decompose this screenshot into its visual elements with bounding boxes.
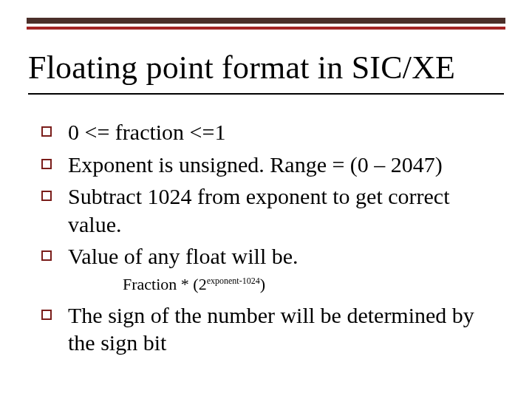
square-bullet-icon xyxy=(41,250,52,261)
bullet-text: 0 <= fraction <=1 xyxy=(68,118,502,146)
square-bullet-icon xyxy=(41,126,52,137)
title-underline xyxy=(28,93,504,95)
formula-prefix: Fraction * (2 xyxy=(123,275,207,293)
bullet-text: The sign of the number will be determine… xyxy=(68,301,502,357)
formula-superscript: exponent-1024 xyxy=(207,275,260,285)
list-item: Value of any float will be. xyxy=(41,242,502,270)
square-bullet-icon xyxy=(41,159,52,169)
decor-bar-red xyxy=(27,27,505,30)
square-bullet-icon xyxy=(41,310,52,320)
formula: Fraction * (2exponent-1024) xyxy=(123,275,502,294)
bullet-text: Value of any float will be. xyxy=(68,242,502,270)
square-bullet-icon xyxy=(41,191,52,201)
slide-body: 0 <= fraction <=1 Exponent is unsigned. … xyxy=(41,118,502,361)
list-item: Subtract 1024 from exponent to get corre… xyxy=(41,183,502,238)
slide-title: Floating point format in SIC/XE xyxy=(28,49,455,86)
slide: Floating point format in SIC/XE 0 <= fra… xyxy=(0,0,532,399)
list-item: The sign of the number will be determine… xyxy=(41,301,502,357)
list-item: Exponent is unsigned. Range = (0 – 2047) xyxy=(41,151,502,179)
bullet-text: Exponent is unsigned. Range = (0 – 2047) xyxy=(68,151,502,179)
formula-suffix: ) xyxy=(260,275,265,293)
decor-bar-dark xyxy=(27,18,505,24)
bullet-text: Subtract 1024 from exponent to get corre… xyxy=(68,183,502,238)
list-item: 0 <= fraction <=1 xyxy=(41,118,502,146)
